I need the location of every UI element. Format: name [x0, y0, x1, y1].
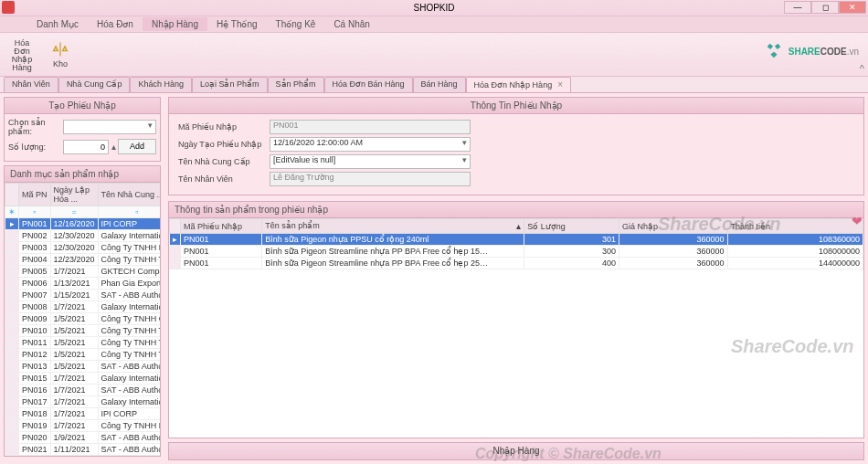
ribbon: Hóa Đơn Nhập Hàng Kho SHARECODE.vn ^: [0, 33, 868, 77]
col-header[interactable]: Thành tiền: [727, 219, 863, 234]
f3-label: Tên Nhà Cung Cấp: [178, 157, 270, 166]
right-pane: Thông Tin Phiếu Nhập Mã Phiếu NhậpPN001 …: [164, 93, 868, 464]
info-panel-header: Thông Tin Phiếu Nhập: [169, 98, 863, 114]
table-row[interactable]: PN0181/7/2021IPI CORP: [5, 408, 161, 420]
tab-0[interactable]: Nhân Viên: [4, 77, 58, 92]
menu-0[interactable]: Danh Mục: [27, 17, 88, 31]
detail-grid: Thông tin sản phẩm trong phiếu nhập Mã P…: [168, 201, 864, 438]
create-panel: Tạo Phiếu Nhập Chọn sản phẩm: Số lượng: …: [4, 97, 161, 162]
ribbon-btn1-label: Hóa Đơn Nhập Hàng: [6, 39, 37, 72]
col-header[interactable]: Mã PN: [19, 184, 51, 206]
workspace: Tạo Phiếu Nhập Chọn sản phẩm: Số lượng: …: [0, 93, 868, 464]
menu-4[interactable]: Thống Kê: [267, 17, 325, 31]
table-row[interactable]: PN0131/5/2021SAT - ABB Autho…: [5, 361, 161, 373]
menu-3[interactable]: Hệ Thống: [207, 17, 267, 31]
table-row[interactable]: PN0211/11/2021SAT - ABB Autho…: [5, 444, 161, 456]
table-row[interactable]: PN0111/5/2021Công Ty TNHH T…: [5, 337, 161, 349]
table-row[interactable]: PN0161/7/2021SAT - ABB Autho…: [5, 385, 161, 396]
tab-3[interactable]: Loại Sản Phẩm: [192, 77, 268, 92]
product-label: Chọn sản phẩm:: [8, 118, 63, 136]
table-row[interactable]: PN0091/5/2021Công Ty TNHH C…: [5, 313, 161, 325]
left-pane: Tạo Phiếu Nhập Chọn sản phẩm: Số lượng: …: [0, 93, 164, 464]
menu-1[interactable]: Hóa Đơn: [88, 17, 143, 31]
filter-icon[interactable]: ✶: [5, 206, 19, 218]
invoice-import-button[interactable]: Hóa Đơn Nhập Hàng: [5, 37, 38, 73]
col-header[interactable]: Ngày Lập Hóa ...: [50, 184, 98, 206]
tab-5[interactable]: Hóa Đơn Bán Hàng: [324, 77, 413, 92]
add-button[interactable]: Add: [118, 139, 156, 154]
pn-grid-header: Danh mục sản phẩm nhập: [5, 166, 160, 183]
f1-label: Mã Phiếu Nhập: [178, 122, 270, 132]
import-button[interactable]: Nhập Hàng: [168, 442, 864, 460]
f2-label: Ngày Tạo Phiếu Nhập: [178, 140, 270, 149]
col-header[interactable]: Số Lượng: [524, 219, 619, 234]
ribbon-btn2-label: Kho: [53, 60, 68, 69]
maximize-button[interactable]: ◻: [811, 1, 839, 14]
table-row[interactable]: PN00212/30/2020Galaxy Internatio…: [5, 230, 161, 242]
titlebar: SHOPKID — ◻ ✕: [0, 0, 868, 16]
menu-5[interactable]: Cá Nhân: [324, 17, 378, 31]
app-title: SHOPKID: [413, 3, 454, 13]
stepper-icon[interactable]: ▴: [109, 142, 118, 152]
info-panel: Thông Tin Phiếu Nhập Mã Phiếu NhậpPN001 …: [168, 97, 864, 195]
collapse-ribbon-icon[interactable]: ^: [860, 63, 864, 74]
sharecode-logo: SHARECODE.vn: [764, 40, 859, 60]
tab-4[interactable]: Sản Phẩm: [268, 77, 324, 92]
table-row[interactable]: PN0061/13/2021Phan Gia Export …: [5, 278, 161, 290]
recycle-icon: [764, 40, 784, 60]
tab-7[interactable]: Hóa Đơn Nhập Hàng×: [466, 77, 571, 92]
detail-grid-header: Thông tin sản phẩm trong phiếu nhập: [169, 202, 863, 218]
create-panel-header: Tạo Phiếu Nhập: [5, 98, 160, 114]
tab-6[interactable]: Bán Hàng: [413, 77, 466, 92]
close-button[interactable]: ✕: [839, 1, 866, 14]
table-row[interactable]: PN0121/5/2021Công Ty TNHH T…: [5, 349, 161, 361]
col-header[interactable]: Tên sản phẩm ▴: [262, 219, 524, 234]
f4-value: Lê Đăng Trường: [270, 172, 471, 186]
menu-2[interactable]: Nhập Hàng: [143, 17, 207, 31]
menubar: Danh MụcHóa ĐơnNhập HàngHệ ThốngThống Kê…: [0, 16, 868, 33]
app-icon: [2, 1, 15, 14]
f3-value[interactable]: [EditValue is null]: [270, 154, 471, 169]
table-row[interactable]: PN0101/5/2021Công Ty TNHH T…: [5, 325, 161, 337]
document-tabs: Nhân ViênNhà Cung CấpKhách HàngLoại Sản …: [0, 77, 868, 93]
table-row[interactable]: ▸PN001Bình sữa Pigeon nhựa PPSU cổ rộng …: [170, 234, 863, 246]
table-row[interactable]: PN0191/7/2021Công Ty TNHH B…: [5, 420, 161, 432]
tab-close-icon[interactable]: ×: [557, 79, 563, 90]
table-row[interactable]: PN001Bình sữa Pigeon Streamline nhựa PP …: [170, 246, 863, 258]
f4-label: Tên Nhân Viên: [178, 174, 270, 184]
scale-icon: [51, 40, 69, 58]
table-row[interactable]: PN0151/7/2021Galaxy Internatio…: [5, 373, 161, 385]
pn-grid: Danh mục sản phẩm nhập Mã PNNgày Lập Hóa…: [4, 165, 161, 457]
tab-1[interactable]: Nhà Cung Cấp: [58, 77, 131, 92]
table-row[interactable]: PN00312/30/2020Công Ty TNHH B…: [5, 242, 161, 254]
table-row[interactable]: PN0071/15/2021SAT - ABB Autho…: [5, 290, 161, 301]
f2-value[interactable]: 12/16/2020 12:00:00 AM: [270, 137, 471, 152]
table-row[interactable]: PN0171/7/2021Galaxy Internatio…: [5, 396, 161, 408]
product-select[interactable]: [63, 120, 156, 134]
col-header[interactable]: Giá Nhập: [619, 219, 728, 234]
table-row[interactable]: PN001Bình sữa Pigeon Streamline nhựa PP …: [170, 258, 863, 269]
qty-input[interactable]: [63, 140, 109, 154]
table-row[interactable]: ▸PN00112/16/2020IPI CORP: [5, 218, 161, 230]
f1-value: PN001: [270, 120, 471, 134]
warehouse-button[interactable]: Kho: [44, 37, 77, 73]
col-header[interactable]: Mã Phiếu Nhập: [181, 219, 262, 234]
table-row[interactable]: PN0081/7/2021Galaxy Internatio…: [5, 301, 161, 313]
tab-2[interactable]: Khách Hàng: [130, 77, 192, 92]
table-row[interactable]: PN00412/23/2020Công Ty TNHH T…: [5, 254, 161, 266]
qty-label: Số lượng:: [8, 142, 63, 152]
table-row[interactable]: PN0201/9/2021SAT - ABB Autho…: [5, 432, 161, 444]
table-row[interactable]: PN0051/7/2021GKTECH Company: [5, 266, 161, 278]
minimize-button[interactable]: —: [784, 1, 811, 14]
col-header[interactable]: Tên Nhà Cung ...: [98, 184, 160, 206]
